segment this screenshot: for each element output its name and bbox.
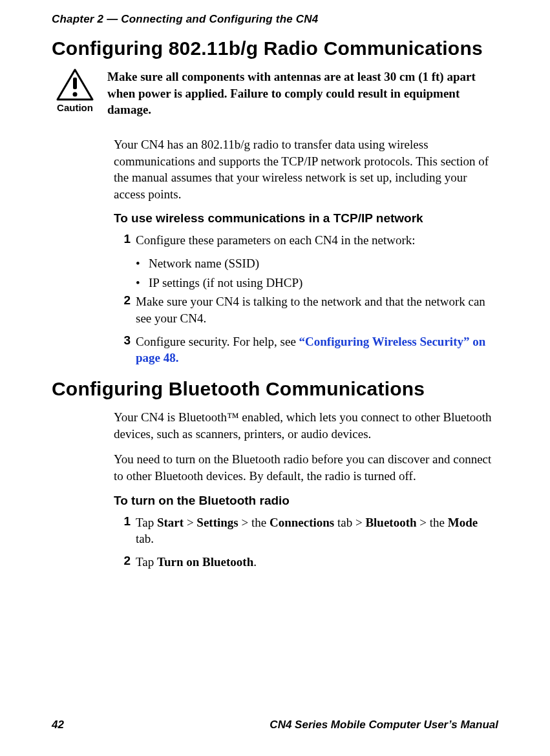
running-head: Chapter 2 — Connecting and Configuring t…: [52, 13, 498, 26]
step3-pre: Configure security. For help, see: [136, 335, 299, 348]
heading-configuring-bluetooth: Configuring Bluetooth Communications: [52, 378, 498, 400]
t: tab >: [334, 516, 365, 529]
ui-start: Start: [157, 516, 184, 529]
list-item: • IP settings (if not using DHCP): [136, 275, 498, 291]
caution-icon-block: Caution: [52, 68, 98, 113]
t: Tap: [136, 516, 157, 529]
section1-intro: Your CN4 has an 802.11b/g radio to trans…: [114, 136, 498, 203]
bullet-text: IP settings (if not using DHCP): [149, 275, 302, 291]
step-text: Configure these parameters on each CN4 i…: [136, 232, 498, 249]
step-number: 1: [114, 232, 136, 246]
section2-p2: You need to turn on the Bluetooth radio …: [114, 451, 498, 484]
step-number: 2: [114, 293, 136, 308]
manual-title: CN4 Series Mobile Computer User’s Manual: [270, 719, 498, 731]
bullet-text: Network name (SSID): [149, 255, 259, 272]
section1-body: Your CN4 has an 802.11b/g radio to trans…: [114, 136, 498, 366]
page: Chapter 2 — Connecting and Configuring t…: [0, 0, 550, 756]
ui-settings: Settings: [196, 516, 238, 529]
heading-configuring-80211: Configuring 802.11b/g Radio Communicatio…: [52, 37, 498, 59]
ui-mode: Mode: [448, 516, 478, 529]
list-item: 1 Configure these parameters on each CN4…: [114, 232, 498, 249]
section2-subhead: To turn on the Bluetooth radio: [114, 494, 498, 508]
bullet-dot: •: [136, 255, 149, 272]
step-number: 3: [114, 333, 136, 348]
page-number: 42: [52, 719, 64, 731]
caution-label: Caution: [57, 102, 93, 113]
page-footer: 42 CN4 Series Mobile Computer User’s Man…: [52, 719, 498, 731]
step-text: Tap Turn on Bluetooth.: [136, 554, 498, 571]
t: >: [184, 516, 196, 529]
bullet-dot: •: [136, 275, 149, 291]
step-text: Make sure your CN4 is talking to the net…: [136, 293, 498, 326]
list-item: 1 Tap Start > Settings > the Connections…: [114, 514, 498, 547]
svg-rect-1: [73, 78, 77, 89]
t: tab.: [136, 532, 154, 545]
step-number: 2: [114, 554, 136, 568]
step-number: 1: [114, 514, 136, 529]
ui-turn-on-bluetooth: Turn on Bluetooth: [157, 555, 253, 569]
svg-point-2: [73, 92, 78, 97]
step-text: Tap Start > Settings > the Connections t…: [136, 514, 498, 547]
caution-text: Make sure all components with antennas a…: [107, 68, 498, 118]
section2-body: Your CN4 is Bluetooth™ enabled, which le…: [114, 409, 498, 570]
t: > the: [417, 516, 448, 529]
list-item: • Network name (SSID): [136, 255, 498, 272]
ui-connections: Connections: [270, 516, 334, 529]
t: .: [253, 555, 257, 569]
list-item: 3 Configure security. For help, see “Con…: [114, 333, 498, 366]
step-text: Configure security. For help, see “Confi…: [136, 333, 498, 366]
t: Tap: [136, 555, 157, 569]
t: > the: [238, 516, 270, 529]
caution-block: Caution Make sure all components with an…: [52, 68, 498, 118]
caution-icon: [56, 68, 94, 101]
section2-p1: Your CN4 is Bluetooth™ enabled, which le…: [114, 409, 498, 442]
list-item: 2 Tap Turn on Bluetooth.: [114, 554, 498, 571]
ui-bluetooth: Bluetooth: [365, 516, 416, 529]
list-item: 2 Make sure your CN4 is talking to the n…: [114, 293, 498, 326]
section1-subhead: To use wireless communications in a TCP/…: [114, 211, 498, 226]
